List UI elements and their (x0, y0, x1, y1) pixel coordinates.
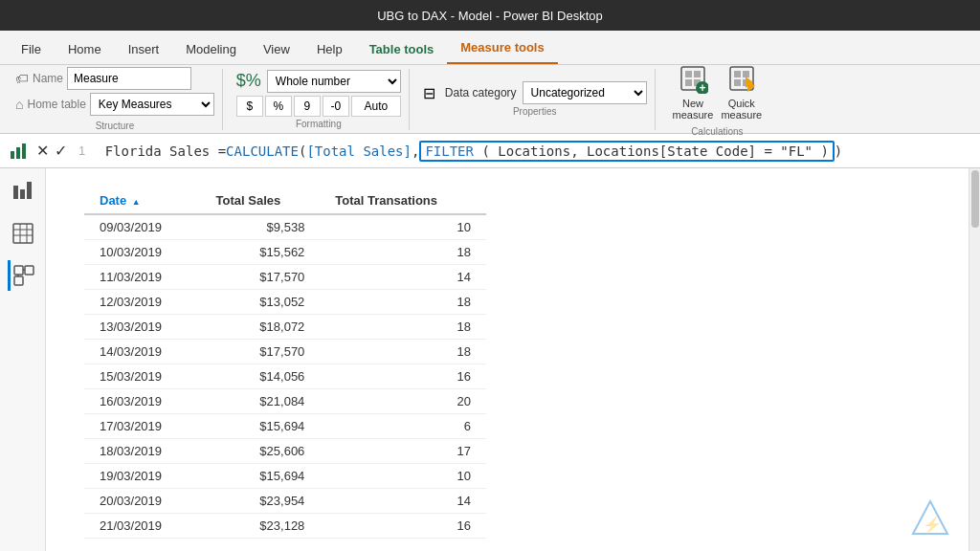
cell-date: 10/03/2019 (84, 240, 201, 265)
tab-table-tools[interactable]: Table tools (356, 36, 448, 64)
home-icon: ⌂ (15, 97, 23, 112)
formula-total-sales: [Total Sales] (306, 143, 412, 159)
table-row: 12/03/2019$13,05218 (84, 290, 486, 315)
tab-insert[interactable]: Insert (115, 36, 173, 64)
cell-total-sales: $17,570 (201, 340, 321, 364)
formatting-group: $% Whole number $ % 9 -0 Auto Formatting (229, 69, 410, 130)
new-measure-button[interactable]: + New measure (673, 61, 714, 121)
table-row: 19/03/2019$15,69410 (84, 464, 486, 489)
svg-rect-8 (734, 71, 741, 77)
col-total-sales-label: Total Sales (216, 193, 281, 208)
cell-total-sales: $15,694 (201, 414, 321, 439)
cell-date: 15/03/2019 (84, 364, 201, 389)
formula-paren-close: ) (835, 143, 842, 159)
svg-text:+: + (699, 81, 705, 94)
formula-cancel-button[interactable]: ✕ (36, 142, 49, 160)
svg-rect-2 (694, 71, 701, 77)
svg-text:⚡: ⚡ (923, 516, 942, 534)
col-date[interactable]: Date ▲ (84, 187, 201, 214)
new-measure-label: New measure (673, 98, 714, 121)
svg-rect-9 (743, 71, 749, 77)
model-view-icon[interactable] (8, 260, 38, 291)
home-table-label-container: ⌂ Home table (15, 97, 86, 112)
cell-total-transactions: 18 (320, 315, 486, 340)
name-row: 🏷 Name (15, 67, 191, 90)
tab-modeling[interactable]: Modeling (172, 36, 250, 64)
title-text: UBG to DAX - Model - Power BI Desktop (377, 9, 603, 23)
cell-total-sales: $14,056 (201, 364, 321, 389)
cell-total-transactions: 20 (320, 389, 486, 414)
name-input[interactable] (67, 67, 191, 90)
table-row: 14/03/2019$17,57018 (84, 340, 486, 364)
scrollbar[interactable] (969, 168, 980, 551)
cell-date: 11/03/2019 (84, 265, 201, 290)
tab-help[interactable]: Help (303, 36, 356, 64)
tab-view[interactable]: View (250, 36, 303, 64)
quick-measure-button[interactable]: Quick measure (721, 61, 762, 121)
svg-rect-1 (685, 71, 692, 77)
calc-buttons: + New measure Quick (673, 61, 763, 121)
cell-total-sales: $9,538 (201, 214, 321, 240)
name-label-container: 🏷 Name (15, 71, 63, 86)
table-view-icon[interactable] (8, 218, 38, 249)
cell-date: 21/03/2019 (84, 514, 201, 539)
cell-date: 16/03/2019 (84, 389, 201, 414)
left-panel (0, 168, 46, 551)
cell-total-sales: $25,606 (201, 439, 321, 464)
cell-total-transactions: 10 (320, 464, 486, 489)
data-category-row: ⊟ Data category Uncategorized (423, 81, 647, 104)
svg-rect-16 (22, 143, 26, 159)
formula-comma: , (412, 143, 419, 159)
table-row: 13/03/2019$18,07218 (84, 315, 486, 340)
new-measure-icon: + (676, 61, 710, 96)
formula-func-calculate: CALCULATE (226, 143, 299, 159)
ribbon-content: 🏷 Name ⌂ Home table Key Measures Structu… (0, 65, 980, 134)
table-row: 16/03/2019$21,08420 (84, 389, 486, 414)
cell-date: 13/03/2019 (84, 315, 201, 340)
cell-total-sales: $21,084 (201, 389, 321, 414)
col-total-sales[interactable]: Total Sales (201, 187, 321, 214)
comma-button[interactable]: 9 (294, 96, 321, 117)
chart-icon (8, 140, 31, 163)
formula-confirm-button[interactable]: ✓ (55, 142, 67, 160)
percent-button[interactable]: % (265, 96, 292, 117)
cell-total-sales: $23,128 (201, 514, 321, 539)
table-row: 21/03/2019$23,12816 (84, 514, 486, 539)
col-date-label: Date (100, 193, 126, 208)
col-total-transactions[interactable]: Total Transations (320, 187, 486, 214)
tag-icon: 🏷 (15, 71, 29, 86)
formatting-label: Formatting (236, 119, 401, 129)
scrollbar-thumb[interactable] (971, 170, 979, 228)
formula-bar: ✕ ✓ 1 Florida Sales = CALCULATE ( [Total… (0, 134, 980, 168)
auto-button[interactable]: Auto (351, 96, 401, 117)
content-area: Date ▲ Total Sales Total Transations 09/… (46, 168, 969, 551)
title-bar: UBG to DAX - Model - Power BI Desktop (0, 0, 980, 31)
decimal-dec-button[interactable]: -0 (323, 96, 349, 117)
table-row: 17/03/2019$15,6946 (84, 414, 486, 439)
svg-rect-18 (20, 189, 25, 199)
col-total-transactions-label: Total Transations (335, 193, 437, 208)
cell-total-sales: $15,694 (201, 464, 321, 489)
report-view-icon[interactable] (8, 176, 38, 207)
formula-expression[interactable]: Florida Sales = CALCULATE ( [Total Sales… (97, 141, 972, 162)
home-table-select[interactable]: Key Measures (90, 93, 214, 116)
svg-rect-20 (13, 224, 33, 243)
cell-total-transactions: 14 (320, 489, 486, 514)
svg-rect-10 (734, 79, 741, 86)
table-row: 11/03/2019$17,57014 (84, 265, 486, 290)
table-row: 20/03/2019$23,95414 (84, 489, 486, 514)
format-select[interactable]: Whole number (267, 70, 401, 93)
tab-file[interactable]: File (8, 36, 55, 64)
currency-button[interactable]: $ (236, 96, 263, 117)
tab-home[interactable]: Home (55, 36, 115, 64)
formula-line-number: 1 (78, 143, 85, 158)
formula-prefix: Florida Sales = (97, 143, 226, 159)
watermark: ⚡ (911, 499, 949, 540)
cell-date: 12/03/2019 (84, 290, 201, 315)
data-category-select[interactable]: Uncategorized (523, 81, 647, 104)
tab-measure-tools[interactable]: Measure tools (447, 34, 557, 64)
svg-rect-14 (11, 151, 14, 159)
table-row: 18/03/2019$25,60617 (84, 439, 486, 464)
formula-filter-highlighted: FILTER ( Locations, Locations[State Code… (419, 141, 834, 162)
cell-total-transactions: 16 (320, 364, 486, 389)
